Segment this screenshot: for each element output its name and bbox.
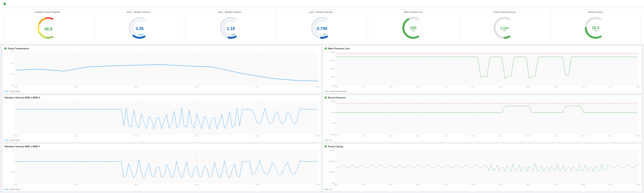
svg-text:3.35: 3.35 [136,26,144,31]
gauge-svg: 180 bar [399,14,427,31]
svg-text:08:40: 08:40 [316,86,320,87]
gauge-card-boost-pressure: Boost Pressure 26.5 bar [551,9,640,42]
svg-rect-126 [16,150,318,183]
chart-header: Pump Casing [324,145,640,148]
chart-svg: 43210 07:5008:0008:1008:2008:3008:40 [4,99,320,139]
svg-text:07:55: 07:55 [361,135,365,137]
svg-text:08:30: 08:30 [554,86,558,87]
svg-text:07:50: 07:50 [334,184,338,186]
svg-text:08:30: 08:30 [554,184,558,186]
gauges-row: Hydraulic Pump Temperat... 48.8 port1 : … [0,8,644,44]
svg-point-0 [38,25,40,27]
gauge-card-main-pressure-line: Main Pressure Line 180 bar [368,9,458,42]
svg-text:08:45: 08:45 [636,86,640,87]
svg-point-7 [504,37,506,39]
svg-text:0.799: 0.799 [317,26,327,31]
chart-dot [324,96,327,99]
svg-text:0.500: 0.500 [11,172,15,173]
chart-area: 200 bar150 bar100 bar50 bar0 bar 07:5007… [324,50,640,90]
alert-bar [0,0,644,8]
svg-text:-20 bar: -20 bar [330,134,335,135]
chart-legend: port1.mean [4,90,320,92]
svg-text:52 °C: 52 °C [11,62,15,64]
svg-text:08:35: 08:35 [581,135,585,137]
svg-text:08:25: 08:25 [526,184,530,186]
svg-text:48 °C: 48 °C [11,84,15,86]
svg-text:08:10: 08:10 [134,86,138,87]
chart-legend: port1.mean [4,139,320,141]
chart-svg: 0.600 bar0.400 bar0.200 bar0 bar 07:5007… [324,148,640,188]
svg-text:20 bar: 20 bar [331,111,335,113]
svg-text:08:00: 08:00 [74,184,78,186]
svg-rect-147 [336,150,638,183]
svg-text:2: 2 [14,117,15,118]
chart-header: Vibration Velocity RMS v-RMS Y [4,145,320,148]
svg-text:08:35: 08:35 [581,86,585,87]
svg-text:08:25: 08:25 [526,135,530,137]
svg-text:08:10: 08:10 [444,184,448,186]
svg-text:08:10: 08:10 [444,86,448,87]
chart-panel-vibration-rms-y: Vibration Velocity RMS v-RMS Y 1.5010.50… [2,144,321,192]
chart-dot [324,145,327,148]
svg-text:bar: bar [412,29,415,32]
svg-text:08:40: 08:40 [316,135,320,137]
chart-header: Vibration Velocity RMS v-RMS X [4,96,320,99]
svg-text:08:20: 08:20 [499,135,502,137]
svg-text:54 °C: 54 °C [11,51,15,53]
svg-text:07:55: 07:55 [361,184,365,186]
svg-text:08:20: 08:20 [499,86,502,87]
chart-title: Pump Casing [328,145,343,148]
gauge-svg: 0.200 bar [490,14,518,31]
gauge-svg: 26.5 bar [582,14,610,31]
svg-text:08:40: 08:40 [608,86,612,87]
svg-text:08:25: 08:25 [526,86,530,87]
gauge-svg: 48.8 [34,14,62,31]
chart-header: Boost Pressure [324,96,640,99]
gauge-title-main-pressure-line: Main Pressure Line [370,11,457,13]
svg-text:1.50: 1.50 [12,149,15,151]
svg-text:08:30: 08:30 [256,184,259,186]
chart-title: Boost Pressure [328,96,346,99]
gauge-title-port1-vibration-x: port1 : Vibration Velocity ... [96,11,183,13]
svg-text:08:20: 08:20 [499,184,502,186]
svg-text:200 bar: 200 bar [330,51,335,53]
chart-title: Vibration Velocity RMS v-RMS Y [4,145,40,148]
svg-text:08:00: 08:00 [74,135,78,137]
chart-area: 40 bar20 bar0 bar-20 bar 07:5007:5508:00… [324,99,640,139]
chart-panel-vibration-rms-x: Vibration Velocity RMS v-RMS X 43210 07:… [2,95,321,143]
svg-text:08:30: 08:30 [256,86,259,87]
chart-header: Main Pressure Line [324,47,640,50]
svg-text:08:00: 08:00 [389,86,393,87]
gauge-card-port1-vibration-x: port1 : Vibration Velocity ... 3.35 [95,9,184,42]
chart-header: Pump Temperature [4,47,320,50]
chart-dot [4,47,6,49]
chart-panel-pump-temperature: Pump Temperature 54 °C52 °C50 °C48 °C 07… [2,46,321,93]
svg-text:08:00: 08:00 [389,135,393,137]
svg-text:0: 0 [14,134,15,135]
svg-text:08:05: 08:05 [416,135,420,137]
chart-area: 43210 07:5008:0008:1008:2008:3008:40 [4,99,320,139]
svg-text:08:10: 08:10 [134,135,138,137]
chart-panel-pump-casing-chart: Pump Casing 0.600 bar0.400 bar0.200 bar0… [323,144,642,192]
svg-text:08:05: 08:05 [416,184,420,186]
svg-text:08:05: 08:05 [416,86,420,87]
svg-text:100 bar: 100 bar [330,68,335,69]
svg-text:08:40: 08:40 [608,184,612,186]
chart-svg: 200 bar150 bar100 bar50 bar0 bar 07:5007… [324,50,640,90]
svg-text:08:15: 08:15 [471,184,475,186]
svg-text:08:35: 08:35 [581,184,585,186]
svg-text:07:50: 07:50 [14,184,18,186]
svg-text:0.200 bar: 0.200 bar [329,172,335,173]
gauge-svg: 1.18 [217,14,245,31]
chart-area: 54 °C52 °C50 °C48 °C 07:5008:0008:1008:2… [4,50,320,90]
gauge-svg: 0.799 [308,14,336,31]
svg-text:08:30: 08:30 [256,135,259,137]
gauge-title-port1-vibration-y: port1 : Vibration Velocity ... [187,11,274,13]
svg-text:08:00: 08:00 [389,184,393,186]
svg-text:0 bar: 0 bar [332,183,335,184]
svg-text:08:40: 08:40 [316,184,320,186]
svg-text:50 bar: 50 bar [331,76,335,78]
svg-text:150 bar: 150 bar [330,60,335,61]
svg-text:08:10: 08:10 [134,184,138,186]
gauge-card-port1-vibration-y: port1 : Vibration Velocity ... 1.18 [186,9,276,42]
